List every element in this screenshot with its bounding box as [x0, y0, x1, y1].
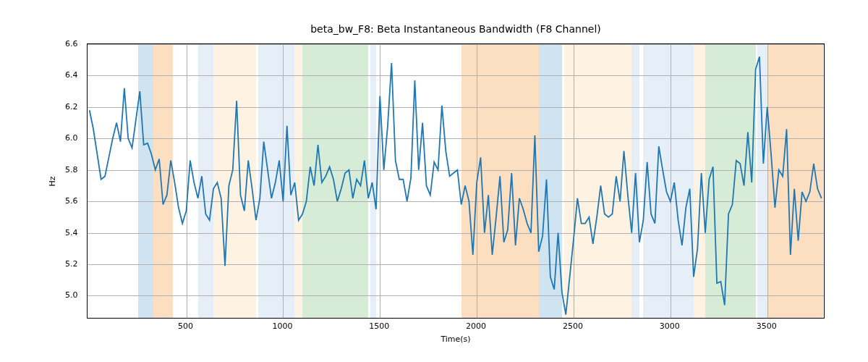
- y-axis-label: Hz: [45, 43, 59, 319]
- data-line: [90, 56, 822, 314]
- x-tick-label: 2000: [466, 321, 486, 331]
- x-tick-label: 3500: [757, 321, 777, 331]
- y-tick-label: 6.2: [65, 101, 78, 111]
- chart-title: beta_bw_F8: Beta Instantaneous Bandwidth…: [87, 23, 825, 35]
- y-tick-label: 5.6: [65, 196, 78, 206]
- x-tick-label: 2500: [563, 321, 583, 331]
- y-tick-label: 5.4: [65, 227, 78, 237]
- x-axis-label: Time(s): [87, 334, 825, 344]
- y-tick-label: 5.0: [65, 290, 78, 300]
- x-tick-label: 3000: [660, 321, 680, 331]
- y-tick-label: 6.0: [65, 133, 78, 143]
- y-tick-label: 6.6: [65, 39, 78, 49]
- y-tick-label: 5.2: [65, 259, 78, 269]
- line-series: [88, 44, 825, 319]
- x-tick-label: 500: [178, 321, 193, 331]
- y-tick-label: 6.4: [65, 70, 78, 80]
- figure: beta_bw_F8: Beta Instantaneous Bandwidth…: [0, 0, 868, 362]
- x-tick-label: 1000: [272, 321, 292, 331]
- plot-area: [87, 43, 825, 319]
- y-tick-label: 5.8: [65, 164, 78, 174]
- x-tick-label: 1500: [369, 321, 389, 331]
